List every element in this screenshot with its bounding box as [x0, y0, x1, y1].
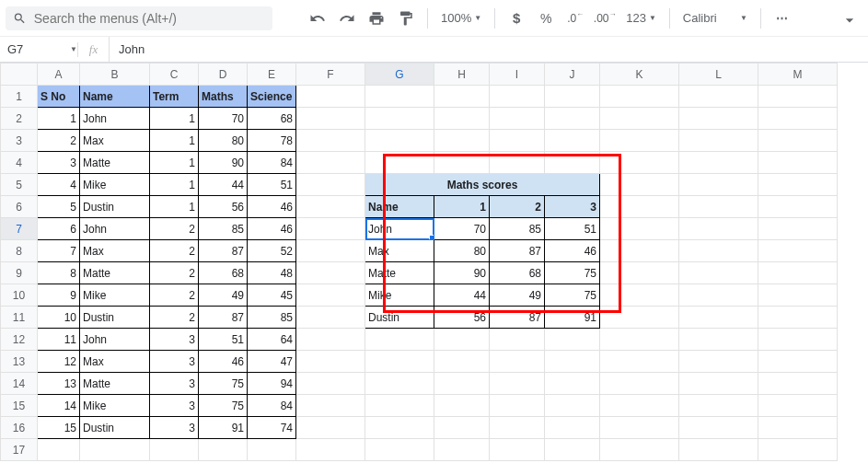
increase-decimal-button[interactable]: .00→ [593, 6, 617, 30]
cell-K7[interactable] [600, 218, 679, 240]
cell-I15[interactable] [490, 395, 545, 417]
cell-D5[interactable]: 44 [199, 174, 248, 196]
cell-F11[interactable] [296, 307, 365, 329]
cell-F7[interactable] [296, 218, 365, 240]
cell-I4[interactable] [490, 152, 545, 174]
row-header-14[interactable]: 14 [1, 373, 38, 395]
cell-L3[interactable] [679, 130, 758, 152]
cell-E3[interactable]: 78 [248, 130, 296, 152]
cell-F3[interactable] [296, 130, 365, 152]
cell-I9[interactable]: 68 [490, 262, 545, 284]
spreadsheet-grid[interactable]: ABCDEFGHIJKLM1S NoNameTermMathsScience21… [0, 63, 838, 461]
cell-J15[interactable] [545, 395, 600, 417]
cell-L6[interactable] [679, 196, 758, 218]
cell-J3[interactable] [545, 130, 600, 152]
cell-E12[interactable]: 64 [248, 329, 296, 351]
cell-L13[interactable] [679, 351, 758, 373]
cell-I14[interactable] [490, 373, 545, 395]
cell-J7[interactable]: 51 [545, 218, 600, 240]
cell-M1[interactable] [758, 86, 838, 108]
cell-K17[interactable] [600, 439, 679, 461]
cell-M10[interactable] [758, 284, 838, 307]
cell-L14[interactable] [679, 373, 758, 395]
cell-I13[interactable] [490, 351, 545, 373]
cell-A14[interactable]: 13 [38, 373, 80, 395]
row-header-7[interactable]: 7 [1, 218, 38, 240]
cell-K6[interactable] [600, 196, 679, 218]
cell-C8[interactable]: 2 [150, 240, 199, 262]
cell-I11[interactable]: 87 [490, 307, 545, 329]
cell-C5[interactable]: 1 [150, 174, 199, 196]
undo-button[interactable] [306, 6, 330, 30]
cell-L16[interactable] [679, 417, 758, 439]
cell-H13[interactable] [434, 351, 490, 373]
cell-M6[interactable] [758, 196, 838, 218]
cell-J1[interactable] [545, 86, 600, 108]
cell-B2[interactable]: John [80, 108, 150, 130]
cell-E16[interactable]: 74 [248, 417, 296, 439]
cell-F15[interactable] [296, 395, 365, 417]
cell-M3[interactable] [758, 130, 838, 152]
cell-A17[interactable] [38, 439, 80, 461]
more-button[interactable]: ⋯ [770, 6, 794, 30]
cell-K14[interactable] [600, 373, 679, 395]
cell-A3[interactable]: 2 [38, 130, 80, 152]
row-header-11[interactable]: 11 [1, 307, 38, 329]
cell-G11[interactable]: Dustin [365, 307, 434, 329]
print-button[interactable] [365, 6, 388, 30]
collapse-toolbar-button[interactable] [840, 11, 859, 32]
cell-H14[interactable] [434, 373, 490, 395]
col-header-F[interactable]: F [296, 64, 365, 86]
cell-A12[interactable]: 11 [38, 329, 80, 351]
cell-D14[interactable]: 75 [199, 373, 248, 395]
cell-C17[interactable] [150, 439, 199, 461]
cell-B4[interactable]: Matte [80, 152, 150, 174]
cell-H7[interactable]: 70 [434, 218, 490, 240]
cell-D7[interactable]: 85 [199, 218, 248, 240]
row-header-5[interactable]: 5 [1, 174, 38, 196]
cell-M14[interactable] [758, 373, 838, 395]
cell-I7[interactable]: 85 [490, 218, 545, 240]
cell-E10[interactable]: 45 [248, 284, 296, 307]
cell-A1[interactable]: S No [38, 86, 80, 108]
cell-B16[interactable]: Dustin [80, 417, 150, 439]
col-header-L[interactable]: L [679, 64, 758, 86]
col-header-B[interactable]: B [80, 64, 150, 86]
cell-H2[interactable] [434, 108, 490, 130]
cell-I17[interactable] [490, 439, 545, 461]
cell-I16[interactable] [490, 417, 545, 439]
percent-button[interactable]: % [534, 6, 558, 30]
cell-F14[interactable] [296, 373, 365, 395]
cell-M8[interactable] [758, 240, 838, 262]
cell-L17[interactable] [679, 439, 758, 461]
cell-I6[interactable]: 2 [490, 196, 545, 218]
cell-L11[interactable] [679, 307, 758, 329]
cell-H10[interactable]: 44 [434, 284, 490, 307]
cell-D11[interactable]: 87 [199, 307, 248, 329]
cell-B7[interactable]: John [80, 218, 150, 240]
menu-search[interactable] [6, 6, 272, 30]
col-header-G[interactable]: G [365, 64, 434, 86]
cell-E15[interactable]: 84 [248, 395, 296, 417]
cell-G2[interactable] [365, 108, 434, 130]
row-header-4[interactable]: 4 [1, 152, 38, 174]
row-header-3[interactable]: 3 [1, 130, 38, 152]
cell-K5[interactable] [600, 174, 679, 196]
cell-J16[interactable] [545, 417, 600, 439]
cell-K10[interactable] [600, 284, 679, 307]
cell-H12[interactable] [434, 329, 490, 351]
cell-B11[interactable]: Dustin [80, 307, 150, 329]
paint-format-button[interactable] [394, 6, 418, 30]
row-header-17[interactable]: 17 [1, 439, 38, 461]
cell-E17[interactable] [248, 439, 296, 461]
cell-E9[interactable]: 48 [248, 262, 296, 284]
cell-G13[interactable] [365, 351, 434, 373]
cell-F9[interactable] [296, 262, 365, 284]
cell-J10[interactable]: 75 [545, 284, 600, 307]
cell-C4[interactable]: 1 [150, 152, 199, 174]
cell-H17[interactable] [434, 439, 490, 461]
cell-L15[interactable] [679, 395, 758, 417]
cell-C6[interactable]: 1 [150, 196, 199, 218]
cell-K12[interactable] [600, 329, 679, 351]
cell-J13[interactable] [545, 351, 600, 373]
